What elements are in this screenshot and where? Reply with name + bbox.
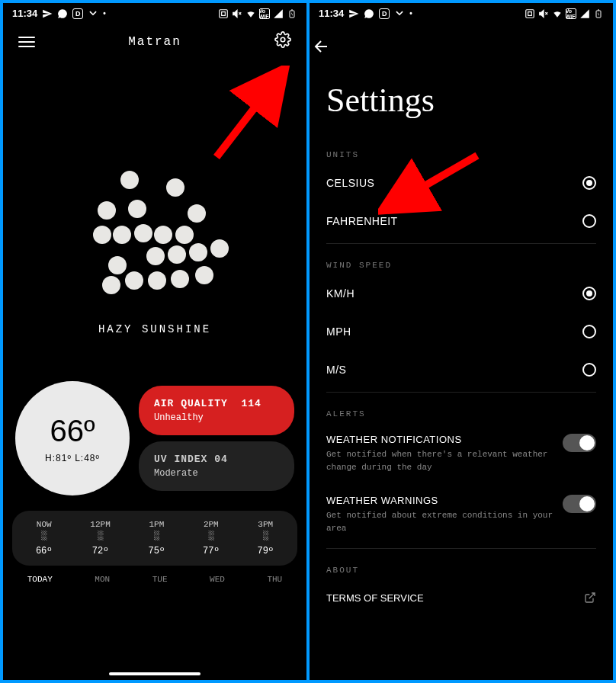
- mute-icon: [538, 8, 549, 19]
- d-icon: D: [72, 8, 83, 19]
- option-mph[interactable]: MPH: [326, 313, 596, 351]
- day-tab[interactable]: TUE: [152, 575, 168, 584]
- arrow-left-icon: [313, 37, 331, 56]
- status-bar: 11:34 D • VoWiFi: [310, 3, 613, 24]
- section-wind-label: WIND SPEED: [326, 261, 596, 270]
- svg-point-8: [93, 226, 111, 244]
- hour-item: 3PM░79º: [257, 520, 274, 556]
- option-celsius[interactable]: CELSIUS: [326, 164, 596, 202]
- page-title: Settings: [326, 81, 596, 120]
- missed-icon: [88, 8, 98, 19]
- top-bar: Matran: [3, 24, 306, 58]
- menu-icon[interactable]: [18, 37, 35, 47]
- day-tab[interactable]: THU: [267, 575, 282, 584]
- aq-value: 114: [241, 398, 261, 409]
- weather-screen: 11:34 D • VoWiFi Matran: [3, 3, 306, 680]
- svg-rect-25: [526, 9, 534, 18]
- back-button[interactable]: [310, 24, 613, 63]
- alert-weather-notifications[interactable]: WEATHER NOTIFICATIONS Get notified when …: [326, 423, 596, 484]
- temperature-circle[interactable]: 66º H:81º L:48º: [15, 381, 130, 495]
- svg-point-20: [148, 271, 166, 290]
- radio-selected-icon: [582, 287, 596, 300]
- alert-desc: Get notified when there's a relevant wea…: [326, 448, 553, 473]
- alert-weather-warnings[interactable]: WEATHER WARNINGS Get notified about extr…: [326, 484, 596, 545]
- svg-point-13: [146, 247, 165, 265]
- hour-item: 2PM░77º: [203, 520, 220, 556]
- option-kmh[interactable]: KM/H: [326, 274, 596, 313]
- svg-rect-0: [220, 9, 228, 18]
- radio-icon: [582, 214, 596, 228]
- dot-icon: •: [409, 9, 412, 18]
- nfc-icon: [218, 8, 229, 19]
- hourly-forecast[interactable]: NOW░66º 12PM░72º 1PM░75º 2PM░77º 3PM░79º: [12, 511, 297, 566]
- clock: 11:34: [319, 8, 344, 19]
- radio-icon: [582, 363, 596, 377]
- alert-title: WEATHER WARNINGS: [326, 495, 553, 506]
- svg-point-19: [125, 271, 143, 290]
- battery-icon: [287, 8, 297, 19]
- signal-icon: [273, 8, 284, 19]
- haze-icon: ░: [149, 531, 165, 541]
- section-alerts-label: ALERTS: [326, 409, 596, 418]
- section-about-label: ABOUT: [326, 566, 596, 575]
- svg-point-15: [189, 243, 207, 261]
- svg-point-9: [113, 226, 131, 244]
- divider: [326, 243, 596, 244]
- day-tabs[interactable]: TODAY MON TUE WED THU: [3, 566, 306, 584]
- vowifi-icon: VoWiFi: [259, 8, 270, 19]
- chat-icon: [57, 8, 68, 19]
- option-ms[interactable]: M/S: [326, 351, 596, 389]
- svg-point-12: [175, 226, 194, 244]
- mute-icon: [232, 8, 242, 19]
- link-terms-of-service[interactable]: TERMS OF SERVICE: [326, 579, 596, 604]
- day-tab[interactable]: WED: [210, 575, 225, 584]
- day-tab[interactable]: MON: [95, 575, 110, 584]
- toggle-on-icon[interactable]: [563, 495, 596, 513]
- haze-icon: ░: [203, 531, 220, 541]
- svg-point-2: [281, 37, 285, 42]
- battery-icon: [593, 8, 604, 19]
- svg-point-14: [168, 245, 186, 264]
- svg-point-10: [134, 224, 152, 242]
- divider: [326, 392, 596, 393]
- settings-screen: 11:34 D • VoWiFi Settings UNITS CELSIUS …: [310, 3, 613, 680]
- d-icon: D: [379, 8, 390, 19]
- svg-point-11: [154, 226, 172, 244]
- high-low: H:81º L:48º: [45, 453, 100, 463]
- chat-icon: [364, 8, 374, 19]
- option-fahrenheit[interactable]: FAHRENHEIT: [326, 202, 596, 240]
- svg-point-6: [128, 200, 146, 218]
- uv-desc: Moderate: [154, 468, 279, 479]
- svg-point-3: [120, 171, 139, 189]
- hour-item: 1PM░75º: [149, 520, 165, 556]
- current-temp: 66º: [50, 414, 95, 448]
- toggle-on-icon[interactable]: [563, 434, 596, 452]
- settings-icon[interactable]: [274, 31, 291, 52]
- hour-item: 12PM░72º: [90, 520, 110, 556]
- clock: 11:34: [12, 8, 37, 19]
- svg-point-7: [188, 204, 206, 223]
- haze-icon: ░: [257, 531, 274, 541]
- radio-selected-icon: [582, 176, 596, 190]
- uv-label: UV INDEX: [154, 454, 207, 465]
- haze-icon: ░: [90, 531, 110, 541]
- svg-point-4: [166, 178, 184, 197]
- weather-graphic: [3, 58, 306, 302]
- send-icon: [42, 8, 53, 19]
- day-tab[interactable]: TODAY: [27, 575, 53, 584]
- location-title[interactable]: Matran: [128, 35, 181, 49]
- home-indicator[interactable]: [109, 672, 201, 675]
- uv-index-pill[interactable]: UV INDEX 04 Moderate: [139, 441, 294, 491]
- vowifi-icon: VoWiFi: [566, 8, 576, 19]
- svg-point-21: [171, 270, 189, 288]
- svg-point-22: [195, 266, 213, 284]
- uv-value: 04: [214, 454, 228, 465]
- section-units-label: UNITS: [326, 150, 596, 159]
- alert-title: WEATHER NOTIFICATIONS: [326, 434, 553, 445]
- missed-icon: [394, 8, 405, 19]
- aq-desc: Unhealthy: [154, 412, 279, 423]
- condition-text: HAZY SUNSHINE: [3, 323, 306, 335]
- air-quality-pill[interactable]: AIR QUALITY 114 Unhealthy: [139, 386, 294, 435]
- status-bar: 11:34 D • VoWiFi: [3, 3, 306, 24]
- signal-icon: [579, 8, 590, 19]
